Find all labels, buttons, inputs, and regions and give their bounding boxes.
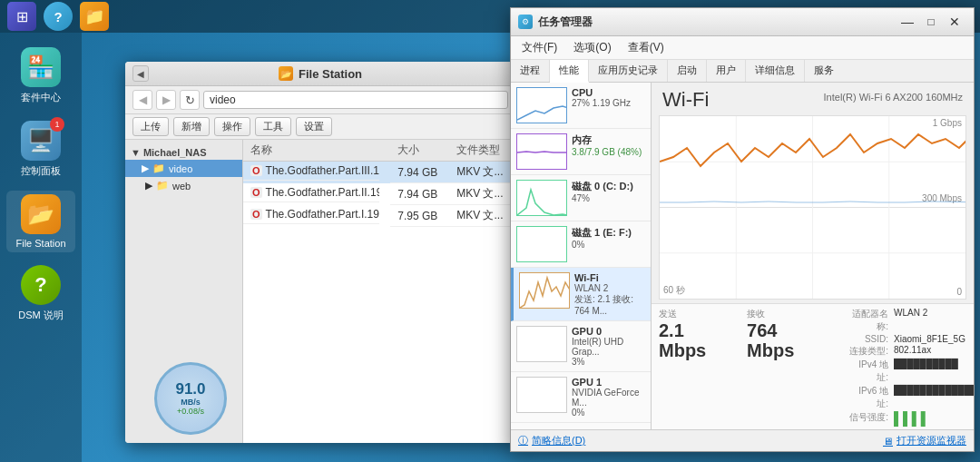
- nd-label-3: IPv4 地址:: [847, 359, 888, 384]
- taskbar-file-icon[interactable]: 📁: [80, 2, 109, 31]
- upload-btn[interactable]: 上传: [132, 117, 169, 136]
- wifi-send: 发送: 2.1 接收: 764 M...: [574, 293, 645, 316]
- nd-value-5: ▌▌▌▌: [894, 411, 966, 426]
- perf-item-gpu1[interactable]: GPU 1 NVIDIA GeForce M... 0%: [511, 372, 651, 423]
- table-row[interactable]: O The.Godfather.Part.III.1990.7...7.94 G…: [243, 162, 515, 183]
- disk0-value: 47%: [572, 193, 633, 203]
- send-stat: 发送 2.1 Mbps: [659, 308, 732, 360]
- nd-label-2: 连接类型:: [847, 345, 888, 358]
- tab-services[interactable]: 服务: [805, 60, 843, 82]
- tab-performance[interactable]: 性能: [550, 60, 589, 83]
- video-folder-label: video: [169, 163, 192, 174]
- perf-item-wifi[interactable]: Wi-Fi WLAN 2 发送: 2.1 接收: 764 M...: [511, 268, 651, 321]
- speed-value: 91.0: [175, 381, 205, 398]
- tab-startup[interactable]: 启动: [668, 60, 707, 82]
- tm-close-btn[interactable]: ✕: [943, 12, 966, 32]
- table-row[interactable]: O The.Godfather.Part.I.1972.72...7.95 GB…: [243, 205, 515, 227]
- menu-file[interactable]: 文件(F): [518, 38, 561, 57]
- gpu0-subname: Intel(R) UHD Grap...: [572, 337, 645, 357]
- gpu0-value: 3%: [572, 357, 645, 367]
- sidebar-item-video[interactable]: ▶ 📁 video: [125, 160, 242, 177]
- dsm-icon: ?: [21, 265, 61, 305]
- nd-label-1: SSID:: [847, 334, 888, 344]
- web-folder-label: web: [172, 181, 191, 192]
- settings-btn[interactable]: 设置: [296, 117, 332, 136]
- file-type-cell: MKV 文...: [449, 183, 515, 205]
- wifi-subname: WLAN 2: [574, 283, 645, 293]
- speed-number: 91.0: [175, 380, 205, 398]
- disk0-mini-chart: [516, 180, 567, 216]
- cpu-mini-chart: [516, 87, 567, 123]
- nav-path-input[interactable]: [203, 91, 508, 109]
- col-name: 名称: [243, 140, 390, 162]
- nd-label-0: 适配器名称:: [847, 308, 888, 333]
- sidebar-item-control[interactable]: 🖥️ 1 控制面板: [6, 117, 75, 182]
- sidebar-item-dsm[interactable]: ? DSM 说明: [6, 261, 75, 326]
- sidebar-item-package[interactable]: 🏪 套件中心: [6, 44, 75, 108]
- taskbar-grid-icon[interactable]: ⊞: [7, 2, 36, 31]
- disk1-value: 0%: [572, 240, 632, 250]
- package-icon: 🏪: [21, 47, 61, 87]
- gpu1-info: GPU 1 NVIDIA GeForce M... 0%: [572, 377, 645, 418]
- nav-refresh[interactable]: ↻: [180, 90, 200, 110]
- gpu1-mini-chart: [516, 377, 567, 413]
- web-folder-icon: 📁: [156, 180, 169, 192]
- tools-btn[interactable]: 工具: [255, 117, 291, 136]
- gpu0-name: GPU 0: [572, 326, 645, 337]
- nas-collapse-arrow[interactable]: ▼: [131, 147, 141, 158]
- fs-back-btn[interactable]: ◀: [132, 65, 149, 82]
- nd-value-1: Xiaomi_8F1E_5G: [894, 334, 966, 344]
- gpu1-subname: NVIDIA GeForce M...: [572, 388, 645, 408]
- task-manager-window: ⚙ 任务管理器 — □ ✕ 文件(F) 选项(O) 查看(V) 进程 性能 应用…: [510, 7, 975, 452]
- wifi-chart-container: 1 Gbps 300 Mbps 60 秒 0: [659, 115, 966, 300]
- nd-value-2: 802.11ax: [894, 345, 966, 358]
- wifi-name: Wi-Fi: [574, 272, 645, 283]
- memory-info: 内存 3.8/7.9 GB (48%): [572, 133, 642, 157]
- fs-navbar: ◀ ▶ ↻: [125, 86, 515, 114]
- wifi-info: Wi-Fi WLAN 2 发送: 2.1 接收: 764 M...: [574, 272, 645, 316]
- perf-item-cpu[interactable]: CPU 27% 1.19 GHz: [511, 83, 651, 129]
- tm-minimize-btn[interactable]: —: [896, 12, 919, 32]
- file-size-cell: 7.94 GB: [390, 183, 449, 205]
- taskbar-help-icon[interactable]: ?: [44, 2, 73, 31]
- fs-window-icon: 📂: [279, 66, 293, 81]
- sidebar-item-filestation[interactable]: 📂 File Station: [6, 191, 75, 252]
- table-row[interactable]: O The.Godfather.Part.II.1974.72...7.94 G…: [243, 183, 515, 205]
- nd-label-5: 信号强度:: [847, 411, 888, 426]
- chart-title-main: Wi-Fi: [662, 88, 709, 112]
- tab-process[interactable]: 进程: [511, 60, 550, 82]
- action-btn[interactable]: 操作: [214, 117, 250, 136]
- menu-options[interactable]: 选项(O): [570, 38, 614, 57]
- gpu1-value: 0%: [572, 408, 645, 418]
- tm-menubar: 文件(F) 选项(O) 查看(V): [511, 36, 974, 60]
- menu-view[interactable]: 查看(V): [624, 38, 668, 57]
- tm-titlebar: ⚙ 任务管理器 — □ ✕: [511, 8, 974, 36]
- tab-details[interactable]: 详细信息: [746, 60, 805, 82]
- new-btn[interactable]: 新增: [173, 117, 210, 136]
- perf-item-disk1[interactable]: 磁盘 1 (E: F:) 0%: [511, 221, 651, 268]
- web-folder-arrow: ▶: [145, 180, 152, 192]
- nd-value-4: ████████████████: [894, 385, 966, 394]
- tab-app-history[interactable]: 应用历史记录: [589, 60, 668, 82]
- perf-item-disk0[interactable]: 磁盘 0 (C: D:) 47%: [511, 175, 651, 221]
- disk1-mini-chart: [516, 226, 567, 262]
- sidebar-item-web[interactable]: ▶ 📁 web: [125, 177, 242, 194]
- filestation-label: File Station: [15, 238, 65, 249]
- tab-users[interactable]: 用户: [707, 60, 746, 82]
- nav-forward-arrow[interactable]: ▶: [156, 90, 176, 110]
- tm-footer-left[interactable]: ⓘ 简略信息(D): [518, 434, 585, 447]
- fs-titlebar: ◀ 📂 File Station: [125, 62, 515, 86]
- tm-footer-right[interactable]: 🖥 打开资源监视器: [883, 434, 966, 447]
- col-size: 大小: [390, 140, 449, 162]
- perf-item-memory[interactable]: 内存 3.8/7.9 GB (48%): [511, 129, 651, 175]
- perf-item-gpu0[interactable]: GPU 0 Intel(R) UHD Grap... 3%: [511, 321, 651, 372]
- file-size-cell: 7.94 GB: [390, 162, 449, 183]
- control-label: 控制面板: [21, 164, 61, 178]
- nas-section-title: ▼ Michael_NAS: [125, 145, 242, 160]
- disk0-name: 磁盘 0 (C: D:): [572, 180, 633, 193]
- video-folder-arrow: ▶: [142, 162, 149, 174]
- send-value: 2.1 Mbps: [659, 320, 732, 360]
- nav-back-arrow[interactable]: ◀: [132, 90, 152, 110]
- speed-unit: MB/s: [181, 398, 201, 407]
- tm-maximize-btn[interactable]: □: [919, 12, 943, 32]
